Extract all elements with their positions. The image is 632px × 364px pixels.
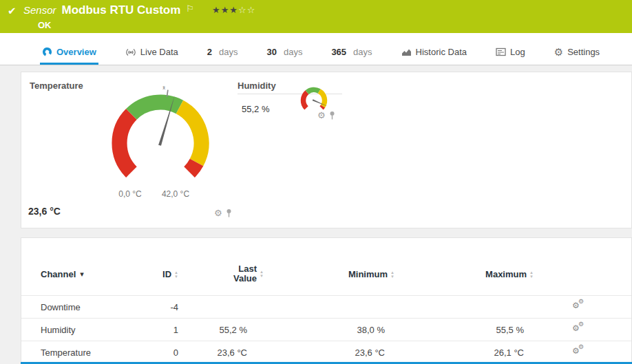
log-list-icon <box>496 47 506 56</box>
temperature-value: 23,6 °C <box>28 206 61 217</box>
tab-unit: days <box>353 47 372 57</box>
pin-icon[interactable] <box>329 111 335 120</box>
column-label: Channel <box>41 269 76 279</box>
sort-header-maximum[interactable]: Maximum ▲▼ <box>437 269 534 279</box>
sensor-title: Modbus RTU Custom <box>62 3 181 17</box>
channel-last-value: 23,6 °C <box>178 347 247 358</box>
column-label: Maximum <box>485 269 527 279</box>
table-row-downtime: Downtime -4 ⚙⚙ <box>21 295 631 318</box>
temperature-gauge-actions: ⚙ <box>214 208 232 217</box>
temperature-gauge: x̄ 0,0 °C 42,0 °C <box>98 79 222 215</box>
channel-name: Temperature <box>41 347 147 358</box>
tab-log[interactable]: Log <box>494 47 527 65</box>
channel-name: Humidity <box>41 325 147 335</box>
gauges-panel: Temperature x̄ 0,0 °C 42,0 °C 23,6 °C ⚙ … <box>21 72 632 228</box>
tab-2-days[interactable]: 2days <box>205 47 240 65</box>
channel-id: -4 <box>147 302 178 312</box>
channel-settings-icon[interactable]: ⚙⚙ <box>572 301 584 312</box>
temperature-gauge-svg: x̄ <box>102 85 219 202</box>
sort-arrows-icon: ▲▼ <box>529 270 534 279</box>
tab-label: Overview <box>56 47 96 57</box>
sort-arrows-icon: ▲▼ <box>260 270 264 278</box>
sort-arrows-icon: ▲▼ <box>174 270 178 279</box>
tab-label: Live Data <box>140 47 178 57</box>
tab-number: 365 <box>331 47 346 57</box>
tab-unit: days <box>284 47 302 57</box>
priority-stars[interactable]: ★★★☆☆ <box>212 5 255 15</box>
column-label: Value <box>233 274 257 283</box>
object-kind-label: Sensor <box>23 4 56 16</box>
sort-header-minimum[interactable]: Minimum ▲▼ <box>298 269 394 279</box>
tab-live-data[interactable]: Live Data <box>123 47 180 65</box>
temperature-gauge-label: Temperature <box>30 81 83 91</box>
stars-filled: ★★★ <box>212 5 238 15</box>
sort-arrows-icon: ▲▼ <box>390 270 394 279</box>
channel-id: 0 <box>147 347 178 358</box>
pin-icon[interactable] <box>226 208 232 217</box>
sort-header-channel[interactable]: Channel ▾ <box>41 269 84 279</box>
tab-overview[interactable]: Overview <box>40 47 98 65</box>
sensor-tab-bar: Overview Live Data 2days 30days 365days … <box>0 33 632 65</box>
humidity-gauge-label: Humidity <box>238 81 276 91</box>
tab-label: Settings <box>567 47 600 57</box>
stars-empty: ☆☆ <box>238 5 255 15</box>
flag-icon[interactable]: ⚐ <box>186 3 194 14</box>
gauge-settings-gear-icon[interactable]: ⚙ <box>214 208 222 217</box>
channel-name: Downtime <box>41 302 147 312</box>
column-label: Minimum <box>348 269 388 279</box>
channel-maximum: 55,5 % <box>385 325 524 335</box>
tab-unit: days <box>219 47 238 57</box>
column-label: Last <box>238 264 257 274</box>
sort-desc-caret-icon: ▾ <box>80 270 84 279</box>
column-label: ID <box>162 269 171 279</box>
sensor-status-badge: OK <box>38 20 52 30</box>
tab-label: Historic Data <box>416 47 467 57</box>
table-row-humidity: Humidity 1 55,2 % 38,0 % 55,5 % ⚙⚙ <box>21 318 631 341</box>
gauge-settings-gear-icon[interactable]: ⚙ <box>317 111 326 120</box>
prtg-sensor-page: ✔ SensorModbus RTU Custom⚐★★★☆☆ OK Overv… <box>0 0 632 364</box>
settings-gear-icon: ⚙ <box>554 48 563 56</box>
sensor-header: ✔ SensorModbus RTU Custom⚐★★★☆☆ OK <box>0 0 632 33</box>
tab-number: 30 <box>266 47 276 57</box>
gauge-min-label: 0,0 °C <box>109 189 151 199</box>
tab-historic-data[interactable]: Historic Data <box>399 47 469 65</box>
historic-chart-icon <box>401 47 412 56</box>
channels-table-panel: Channel ▾ ID ▲▼ LastValue ▲▼ Minimum ▲▼ … <box>21 237 632 362</box>
status-ok-check-icon: ✔ <box>8 5 17 17</box>
tab-settings[interactable]: ⚙ Settings <box>552 47 602 65</box>
channel-minimum: 23,6 °C <box>247 347 385 358</box>
channel-last-value: 55,2 % <box>178 325 247 335</box>
gauge-max-label: 42,0 °C <box>154 189 198 199</box>
tab-number: 2 <box>207 47 212 57</box>
sensor-title-line: SensorModbus RTU Custom⚐★★★☆☆ <box>23 3 255 17</box>
tab-label: Log <box>510 47 525 57</box>
channel-minimum: 38,0 % <box>247 325 385 335</box>
channel-settings-icon[interactable]: ⚙⚙ <box>572 323 584 334</box>
sort-header-id[interactable]: ID ▲▼ <box>137 269 178 279</box>
tab-365-days[interactable]: 365days <box>329 47 374 65</box>
channel-id: 1 <box>147 325 178 335</box>
humidity-gauge-actions: ⚙ <box>317 111 335 120</box>
tab-30-days[interactable]: 30days <box>264 47 304 65</box>
average-marker-label: x̄ <box>162 85 165 91</box>
table-row-temperature: Temperature 0 23,6 °C 23,6 °C 26,1 °C ⚙⚙ <box>21 341 631 363</box>
live-data-broadcast-icon <box>125 47 136 57</box>
channel-maximum: 26,1 °C <box>385 347 524 358</box>
overview-gauge-icon <box>42 47 52 57</box>
sort-header-last-value[interactable]: LastValue ▲▼ <box>192 264 264 283</box>
channel-rows: Downtime -4 ⚙⚙ Humidity 1 55,2 % 38,0 % … <box>21 295 631 363</box>
humidity-value: 55,2 % <box>242 104 269 114</box>
channel-settings-icon[interactable]: ⚙⚙ <box>572 346 584 357</box>
